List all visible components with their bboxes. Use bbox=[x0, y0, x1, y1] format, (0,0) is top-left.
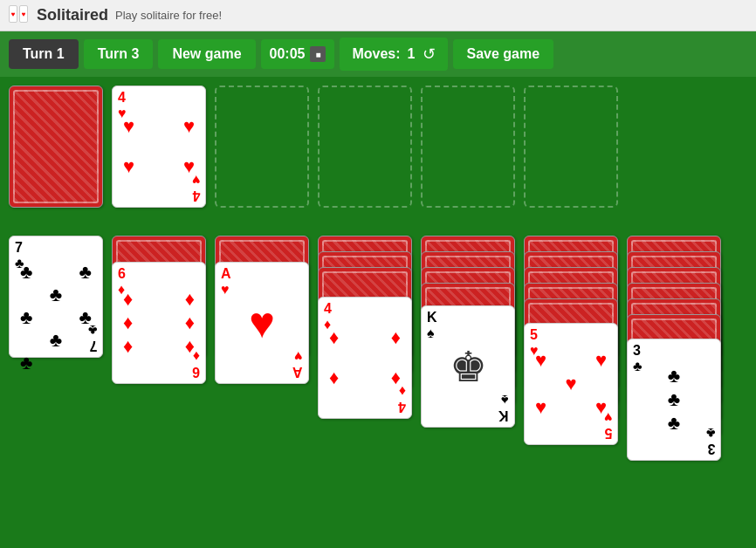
tableau-col-4: 4♦ 4♦ ♦♦ ♦♦ bbox=[318, 236, 412, 515]
app-header: Solitaired Play solitaire for free! bbox=[0, 0, 756, 31]
tableau-card-5h[interactable]: 5♥ 5♥ ♥♥ ♥ ♥♥ bbox=[524, 323, 618, 445]
stock-card[interactable] bbox=[9, 86, 103, 208]
tableau-card-6d[interactable]: 6♦ 6♦ ♦♦ ♦♦ ♦♦ bbox=[112, 262, 206, 384]
tableau-card-3c[interactable]: 3♣ 3♣ ♣ ♣ ♣ bbox=[627, 339, 721, 461]
tableau-col-5: K♠ K♠ ♚ bbox=[421, 236, 515, 532]
site-name: Solitaired bbox=[37, 6, 108, 24]
waste-card-4h[interactable]: 4♥ 4♥ ♥ ♥ ♥ ♥ bbox=[112, 86, 206, 208]
timer-display: 00:05 ■ bbox=[261, 39, 335, 69]
tableau-card-ah[interactable]: A♥ A♥ ♥ bbox=[215, 262, 309, 384]
tableau-card-7c[interactable]: 7♣ 7♣ ♣♣ ♣ ♣♣ ♣ ♣ bbox=[9, 236, 103, 358]
turn3-button[interactable]: Turn 3 bbox=[84, 39, 154, 69]
tableau-col-2: 6♦ 6♦ ♦♦ ♦♦ ♦♦ bbox=[112, 236, 206, 497]
game-area: 4♥ 4♥ ♥ ♥ ♥ ♥ bbox=[0, 77, 756, 548]
foundation-4[interactable] bbox=[524, 86, 618, 208]
toolbar: Turn 1 Turn 3 New game 00:05 ■ Moves: 1 … bbox=[0, 31, 756, 77]
tableau-col-6: 5♥ 5♥ ♥♥ ♥ ♥♥ bbox=[524, 236, 618, 532]
site-logo bbox=[9, 5, 30, 26]
tableau: 7♣ 7♣ ♣♣ ♣ ♣♣ ♣ ♣ 6♦ 6♦ ♦♦ ♦♦ ♦♦ bbox=[9, 236, 747, 532]
foundation-3[interactable] bbox=[421, 86, 515, 208]
timer-value: 00:05 bbox=[270, 46, 306, 62]
tableau-col-1: 7♣ 7♣ ♣♣ ♣ ♣♣ ♣ ♣ bbox=[9, 236, 103, 532]
turn1-button[interactable]: Turn 1 bbox=[9, 39, 79, 69]
tableau-card-4d[interactable]: 4♦ 4♦ ♦♦ ♦♦ bbox=[318, 297, 412, 419]
tableau-col-7: 3♣ 3♣ ♣ ♣ ♣ bbox=[627, 236, 721, 532]
waste-pile[interactable]: 4♥ 4♥ ♥ ♥ ♥ ♥ bbox=[112, 86, 206, 225]
foundation-1[interactable] bbox=[215, 86, 309, 208]
top-row: 4♥ 4♥ ♥ ♥ ♥ ♥ bbox=[9, 86, 747, 225]
moves-display: Moves: 1 ↺ bbox=[340, 38, 447, 71]
card-pips: ♥ ♥ ♥ ♥ bbox=[113, 86, 205, 207]
moves-label: Moves: bbox=[352, 46, 400, 62]
tableau-card-ks[interactable]: K♠ K♠ ♚ bbox=[421, 305, 515, 428]
savegame-button[interactable]: Save game bbox=[453, 39, 554, 69]
pause-button[interactable]: ■ bbox=[310, 46, 326, 62]
stock-pile[interactable] bbox=[9, 86, 103, 225]
foundation-2[interactable] bbox=[318, 86, 412, 208]
tableau-col-3: A♥ A♥ ♥ bbox=[215, 236, 309, 497]
moves-count: 1 bbox=[408, 46, 416, 62]
logo-card-1 bbox=[9, 5, 17, 23]
site-tagline: Play solitaire for free! bbox=[115, 9, 222, 22]
undo-button[interactable]: ↺ bbox=[423, 45, 436, 64]
logo-card-2 bbox=[19, 5, 28, 23]
newgame-button[interactable]: New game bbox=[158, 39, 255, 69]
